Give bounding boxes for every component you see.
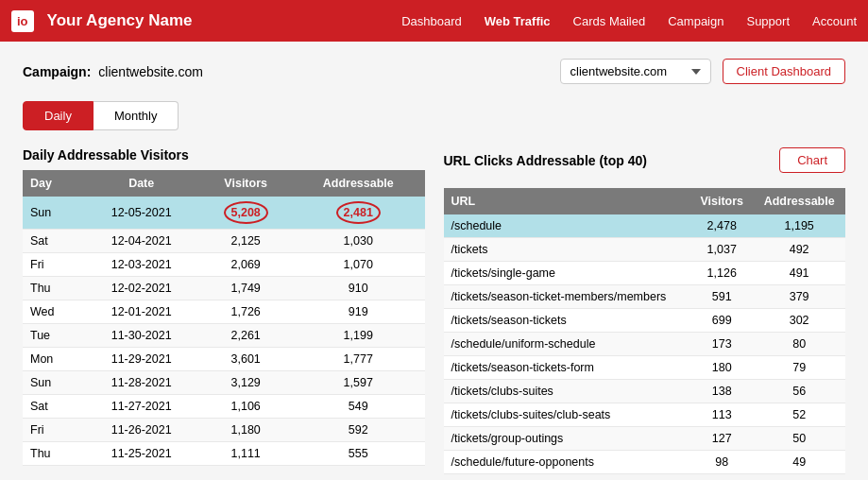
cell-url-visitors: 138 bbox=[690, 380, 753, 403]
cell-visitors: 2,125 bbox=[199, 230, 292, 253]
table-row: /schedule/uniform-schedule17380 bbox=[444, 333, 846, 356]
cell-url-visitors: 180 bbox=[690, 356, 753, 380]
website-dropdown[interactable]: clientwebsite.com bbox=[560, 59, 711, 84]
table-row: /tickets/single-game1,126491 bbox=[444, 262, 846, 285]
addressable-circled: 2,481 bbox=[336, 201, 381, 224]
cell-url-addressable: 1,195 bbox=[753, 214, 845, 238]
cell-addressable: 1,597 bbox=[292, 371, 425, 395]
right-col-header: URL Clicks Addressable (top 40) Chart bbox=[444, 147, 846, 180]
cell-day: Sun bbox=[23, 197, 83, 230]
cell-url-addressable: 79 bbox=[753, 356, 845, 380]
visitors-circled: 5,208 bbox=[224, 201, 268, 224]
cell-url: /tickets/clubs-suites bbox=[444, 380, 691, 403]
cell-date: 11-27-2021 bbox=[83, 395, 199, 419]
left-section-title: Daily Addressable Visitors bbox=[23, 147, 425, 163]
table-row: /schedule2,4781,195 bbox=[444, 214, 846, 238]
table-row: /tickets/season-tickets-form18079 bbox=[444, 356, 846, 380]
cell-date: 11-28-2021 bbox=[83, 371, 199, 395]
nav-link-campaign[interactable]: Campaign bbox=[668, 14, 723, 28]
cell-addressable: 919 bbox=[292, 300, 425, 324]
cell-day: Sat bbox=[23, 395, 83, 419]
right-column: URL Clicks Addressable (top 40) Chart UR… bbox=[444, 147, 846, 474]
cell-visitors: 2,261 bbox=[199, 324, 292, 348]
table-row: Sun12-05-20215,2082,481 bbox=[23, 197, 425, 230]
navigation: io Your Agency Name DashboardWeb Traffic… bbox=[0, 0, 868, 42]
cell-url-visitors: 699 bbox=[690, 309, 753, 333]
cell-url: /tickets/clubs-suites/club-seats bbox=[444, 403, 691, 427]
col-header-day: Day bbox=[23, 170, 83, 197]
main-content: Campaign: clientwebsite.com clientwebsit… bbox=[0, 42, 868, 480]
campaign-row: Campaign: clientwebsite.com clientwebsit… bbox=[23, 59, 845, 84]
cell-url-addressable: 56 bbox=[753, 380, 845, 403]
right-section-title: URL Clicks Addressable (top 40) bbox=[444, 153, 648, 168]
cell-date: 11-25-2021 bbox=[83, 442, 199, 466]
cell-day: Wed bbox=[23, 300, 83, 324]
nav-link-cards-mailed[interactable]: Cards Mailed bbox=[573, 14, 646, 28]
table-row: Thu11-25-20211,111555 bbox=[23, 442, 425, 466]
tab-daily[interactable]: Daily bbox=[23, 101, 94, 130]
two-col-layout: Daily Addressable Visitors Day Date Visi… bbox=[23, 147, 845, 474]
cell-date: 12-04-2021 bbox=[83, 230, 199, 253]
table-row: Sat11-27-20211,106549 bbox=[23, 395, 425, 419]
cell-visitors: 2,069 bbox=[199, 253, 292, 277]
col-header-addressable: Addressable bbox=[292, 170, 425, 197]
cell-addressable: 1,030 bbox=[292, 230, 425, 253]
table-row: Fri12-03-20212,0691,070 bbox=[23, 253, 425, 277]
cell-addressable: 1,777 bbox=[292, 348, 425, 371]
nav-link-dashboard[interactable]: Dashboard bbox=[401, 14, 462, 28]
cell-date: 11-26-2021 bbox=[83, 419, 199, 442]
nav-link-support[interactable]: Support bbox=[746, 14, 790, 28]
cell-url-addressable: 379 bbox=[753, 285, 845, 309]
col-header-url: URL bbox=[444, 188, 691, 214]
col-header-visitors: Visitors bbox=[199, 170, 292, 197]
cell-visitors: 1,726 bbox=[199, 300, 292, 324]
cell-visitors: 5,208 bbox=[199, 197, 292, 230]
table-row: Mon11-29-20213,6011,777 bbox=[23, 348, 425, 371]
cell-addressable: 1,199 bbox=[292, 324, 425, 348]
nav-link-account[interactable]: Account bbox=[812, 14, 857, 28]
cell-url-addressable: 52 bbox=[753, 403, 845, 427]
cell-url: /schedule/uniform-schedule bbox=[444, 333, 691, 356]
cell-url-visitors: 591 bbox=[690, 285, 753, 309]
cell-date: 12-02-2021 bbox=[83, 277, 199, 300]
cell-url: /tickets bbox=[444, 238, 691, 262]
table-row: Wed12-01-20211,726919 bbox=[23, 300, 425, 324]
cell-url: /schedule bbox=[444, 214, 691, 238]
cell-day: Mon bbox=[23, 348, 83, 371]
cell-day: Tue bbox=[23, 324, 83, 348]
daily-visitors-table: Day Date Visitors Addressable Sun12-05-2… bbox=[23, 170, 425, 466]
tab-monthly[interactable]: Monthly bbox=[94, 101, 179, 130]
left-column: Daily Addressable Visitors Day Date Visi… bbox=[23, 147, 425, 474]
cell-visitors: 1,111 bbox=[199, 442, 292, 466]
cell-url-addressable: 50 bbox=[753, 427, 845, 451]
cell-url-addressable: 492 bbox=[753, 238, 845, 262]
cell-url-visitors: 2,478 bbox=[690, 214, 753, 238]
campaign-label: Campaign: bbox=[23, 64, 91, 79]
cell-addressable: 910 bbox=[292, 277, 425, 300]
cell-visitors: 3,601 bbox=[199, 348, 292, 371]
cell-addressable: 2,481 bbox=[292, 197, 425, 230]
nav-logo: io bbox=[11, 10, 34, 32]
chart-button[interactable]: Chart bbox=[779, 147, 845, 173]
table-row: Fri11-26-20211,180592 bbox=[23, 419, 425, 442]
cell-addressable: 1,070 bbox=[292, 253, 425, 277]
cell-url-visitors: 113 bbox=[690, 403, 753, 427]
cell-visitors: 1,180 bbox=[199, 419, 292, 442]
cell-url: /tickets/season-tickets bbox=[444, 309, 691, 333]
table-row: Sat12-04-20212,1251,030 bbox=[23, 230, 425, 253]
table-row: Tue11-30-20212,2611,199 bbox=[23, 324, 425, 348]
cell-url-addressable: 80 bbox=[753, 333, 845, 356]
client-dashboard-button[interactable]: Client Dashboard bbox=[723, 59, 845, 84]
col-header-date: Date bbox=[83, 170, 199, 197]
table-row: /tickets/clubs-suites/club-seats11352 bbox=[444, 403, 846, 427]
cell-url: /tickets/group-outings bbox=[444, 427, 691, 451]
table-row: Sun11-28-20213,1291,597 bbox=[23, 371, 425, 395]
cell-addressable: 555 bbox=[292, 442, 425, 466]
cell-url: /schedule/future-opponents bbox=[444, 451, 691, 474]
nav-link-web-traffic[interactable]: Web Traffic bbox=[485, 14, 551, 28]
cell-date: 12-05-2021 bbox=[83, 197, 199, 230]
table-row: /tickets/clubs-suites13856 bbox=[444, 380, 846, 403]
col-header-url-visitors: Visitors bbox=[690, 188, 753, 214]
url-clicks-table: URL Visitors Addressable /schedule2,4781… bbox=[444, 188, 846, 474]
table-row: /tickets/season-ticket-members/members59… bbox=[444, 285, 846, 309]
